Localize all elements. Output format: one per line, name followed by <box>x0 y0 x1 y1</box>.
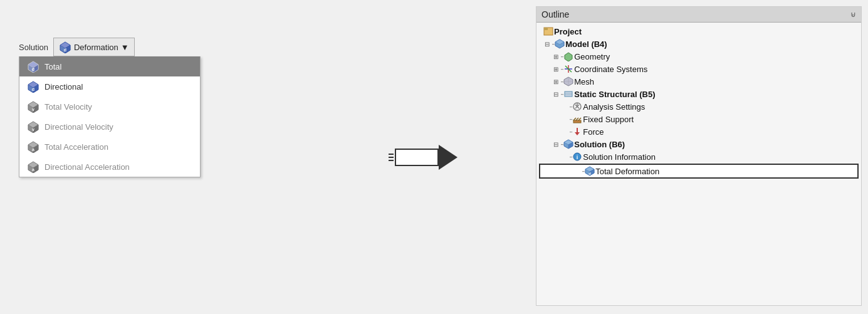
coordinate-expand-icon[interactable]: ⊞ <box>552 65 560 73</box>
project-label: Project <box>554 27 582 36</box>
mesh-expand-icon[interactable]: ⊞ <box>552 77 560 86</box>
menu-item-directional-velocity-label: Directional Velocity <box>44 122 113 132</box>
menu-item-total[interactable]: d Total <box>19 56 200 76</box>
svg-text:d: d <box>588 172 591 175</box>
coordinate-label: Coordinate Systems <box>574 65 647 74</box>
arrow-line-1 <box>389 154 394 155</box>
analysis-icon <box>572 101 583 112</box>
outline-title: Outline <box>541 9 569 19</box>
arrow-shaft <box>395 149 439 166</box>
svg-line-50 <box>578 118 581 120</box>
solution-toolbar: Solution d Deformation ▼ <box>19 38 201 56</box>
tree-item-analysis-settings[interactable]: ···· Analysis Settings <box>536 100 861 113</box>
geometry-label: Geometry <box>574 52 610 61</box>
solution-information-label: Solution Information <box>583 152 656 162</box>
svg-rect-47 <box>573 120 581 123</box>
solution-info-icon: i <box>572 151 583 162</box>
tree-item-mesh[interactable]: ⊞ ···· Mesh <box>536 75 861 88</box>
svg-text:a: a <box>32 167 34 172</box>
tree-item-solution-information[interactable]: ···· i Solution Information <box>536 150 861 163</box>
left-panel: Solution d Deformation ▼ d <box>19 38 201 177</box>
tree-item-coordinate-systems[interactable]: ⊞ ···· Coordinate Systems <box>536 63 861 75</box>
menu-item-total-velocity-label: Total Velocity <box>44 102 92 112</box>
menu-item-directional-label: Directional <box>44 82 83 92</box>
solution-expand-icon[interactable]: ⊟ <box>552 140 560 149</box>
arrow-head <box>439 145 458 170</box>
deformation-dropdown-button[interactable]: d Deformation ▼ <box>53 38 135 56</box>
menu-item-total-label: Total <box>44 62 61 71</box>
force-icon <box>572 126 583 137</box>
menu-item-directional-acceleration: a Directional Acceleration <box>19 157 200 177</box>
mesh-icon <box>563 76 574 87</box>
directional-velocity-icon: v <box>27 120 39 133</box>
cube-d-icon: d <box>27 60 39 73</box>
total-deformation-icon: d <box>584 165 595 177</box>
model-label: Model (B4) <box>565 39 607 49</box>
static-icon <box>563 88 574 100</box>
static-expand-icon[interactable]: ⊟ <box>552 90 560 98</box>
menu-item-total-velocity: v Total Velocity <box>19 97 200 117</box>
force-label: Force <box>583 127 604 137</box>
arrow-body <box>395 145 458 170</box>
total-icon: d <box>27 60 39 73</box>
tree-item-static-structural[interactable]: ⊟ ···· Static Structural (B5) <box>536 88 861 100</box>
menu-item-directional[interactable]: d Directional <box>19 76 200 97</box>
cube-v2-icon: v <box>27 120 39 133</box>
project-icon <box>543 26 554 37</box>
model-expand-icon[interactable]: ⊟ <box>543 39 552 48</box>
tree-item-total-deformation[interactable]: ···· d Total Deformation <box>539 164 859 179</box>
tree-item-model[interactable]: ⊟ ···· Model (B4) <box>536 38 861 50</box>
svg-text:a: a <box>32 147 34 152</box>
svg-line-49 <box>576 118 578 120</box>
menu-item-total-acceleration-label: Total Acceleration <box>44 142 108 152</box>
solution-label: Solution (B6) <box>574 140 625 149</box>
directional-acceleration-icon: a <box>27 160 39 173</box>
svg-text:d: d <box>32 87 34 92</box>
coordinate-icon <box>563 63 574 75</box>
arrow-line-3 <box>389 160 394 161</box>
total-deformation-label: Total Deformation <box>595 167 659 176</box>
dropdown-menu: d Total d Directional <box>19 56 201 177</box>
tree-item-force[interactable]: ···· Force <box>536 125 861 138</box>
svg-rect-29 <box>544 28 548 30</box>
cube-d2-icon: d <box>27 80 39 93</box>
svg-text:v: v <box>32 127 34 132</box>
solution-label: Solution <box>19 43 48 52</box>
outline-panel: Outline ⊌ Project ⊟ ···· Model (B4) ⊞ <box>536 6 862 306</box>
total-velocity-icon: v <box>27 100 39 113</box>
arrow-lines <box>389 154 394 161</box>
cube-a-icon: a <box>27 140 39 153</box>
svg-point-45 <box>577 105 578 106</box>
tree-container: Project ⊟ ···· Model (B4) ⊞ ···· Ge <box>536 23 861 302</box>
pin-icon[interactable]: ⊌ <box>850 10 856 19</box>
deformation-icon: d <box>59 41 71 53</box>
geometry-expand-icon[interactable]: ⊞ <box>552 52 560 61</box>
tree-item-project[interactable]: Project <box>536 25 861 38</box>
menu-item-total-acceleration: a Total Acceleration <box>19 137 200 157</box>
directional-icon: d <box>27 80 39 93</box>
total-acceleration-icon: a <box>27 140 39 153</box>
svg-text:d: d <box>32 67 34 71</box>
tree-item-fixed-support[interactable]: ···· Fixed Support <box>536 113 861 125</box>
svg-text:v: v <box>32 107 34 112</box>
mesh-label: Mesh <box>574 77 594 86</box>
svg-line-48 <box>573 118 576 120</box>
deformation-button-label: Deformation <box>74 43 118 52</box>
svg-text:d: d <box>64 48 66 52</box>
svg-point-44 <box>577 103 578 105</box>
svg-marker-52 <box>575 132 580 135</box>
static-label: Static Structural (B5) <box>574 90 655 99</box>
tree-item-solution[interactable]: ⊟ ···· Solution (B6) <box>536 138 861 150</box>
model-icon <box>554 38 565 50</box>
dropdown-arrow: ▼ <box>121 43 129 52</box>
svg-text:i: i <box>577 154 578 160</box>
fixed-support-label: Fixed Support <box>583 115 634 124</box>
cube-v-icon: v <box>27 100 39 113</box>
geometry-icon <box>563 51 574 62</box>
svg-point-46 <box>577 106 578 107</box>
svg-marker-32 <box>565 53 572 61</box>
arrow-line-2 <box>389 157 394 158</box>
menu-item-directional-acceleration-label: Directional Acceleration <box>44 162 130 172</box>
direction-arrow <box>389 145 458 170</box>
tree-item-geometry[interactable]: ⊞ ···· Geometry <box>536 50 861 63</box>
